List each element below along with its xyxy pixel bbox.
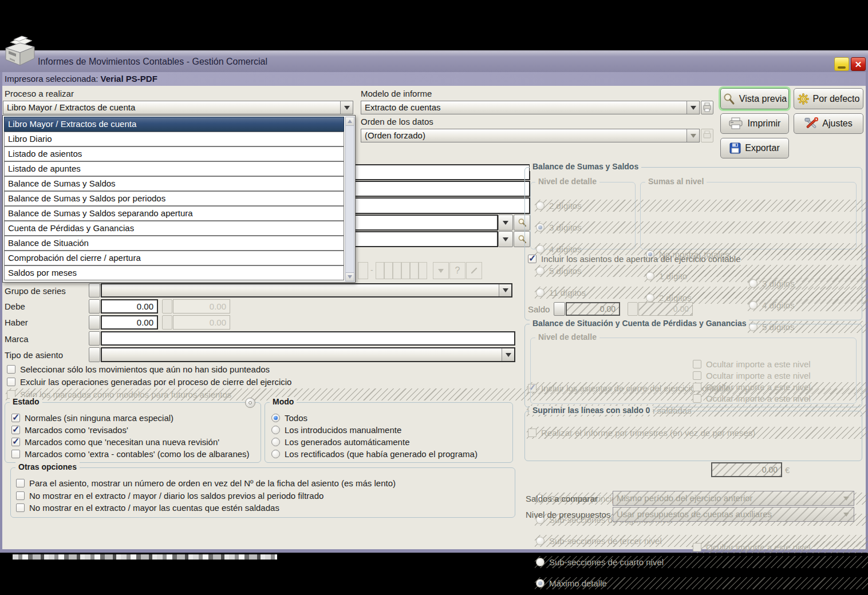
bs-nivel-option: Sub-secciones de cuarto nivel: [536, 557, 868, 567]
haber-button[interactable]: [89, 315, 100, 330]
vista-previa-button[interactable]: Vista previa: [720, 88, 789, 109]
saldo-input-1: 0.00: [566, 302, 620, 316]
dropdown-option[interactable]: Libro Diario: [4, 132, 344, 146]
scroll-down-button[interactable]: [345, 272, 354, 281]
modo-option[interactable]: Los introducidos manualmente: [271, 425, 401, 435]
radio-button[interactable]: [271, 438, 280, 446]
hidden-combo-2[interactable]: [354, 231, 498, 247]
haber-button-2: [162, 315, 172, 330]
debe-button[interactable]: [89, 299, 100, 314]
check-label: Ocultar importe a este nivel: [706, 542, 811, 552]
dropdown-option[interactable]: Balance de Situación: [4, 236, 344, 251]
knob-dot: [248, 401, 252, 404]
modo-option[interactable]: Todos: [271, 413, 307, 423]
checkbox[interactable]: [11, 450, 20, 458]
otras-option-label: Para el asiento, mostrar un número de or…: [29, 478, 396, 488]
pencil-icon: [470, 267, 478, 275]
orden-dropdown-button[interactable]: [686, 129, 699, 142]
dropdown-option[interactable]: Comprobación del cierre / apertura: [4, 251, 344, 265]
dropdown-option[interactable]: Saldos por meses: [4, 265, 344, 280]
checkbox[interactable]: [16, 491, 25, 500]
por-defecto-button[interactable]: Por defecto: [794, 88, 863, 109]
hidden-field-2[interactable]: [354, 181, 530, 197]
ajustes-button[interactable]: Ajustes: [794, 113, 863, 134]
filter-option[interactable]: Seleccionar sólo los movimientos que aún…: [7, 364, 270, 374]
marca-input[interactable]: [101, 331, 515, 346]
proceso-dropdown-button[interactable]: [340, 101, 353, 114]
tools-icon: [804, 117, 818, 130]
estado-legend: Estado: [10, 397, 42, 406]
orden-combobox[interactable]: (Orden forzado): [361, 129, 700, 142]
printer-icon: [729, 117, 744, 130]
modo-option[interactable]: Los generados automáticamente: [271, 437, 409, 447]
modelo-combobox[interactable]: Extracto de cuentas: [361, 101, 700, 114]
radio-button: [536, 558, 545, 566]
option-label: 2 dígitos: [659, 293, 692, 303]
estado-knob-icon[interactable]: [245, 398, 255, 408]
account-separator: -: [370, 265, 373, 275]
hidden-field-1[interactable]: [354, 164, 530, 180]
checkbox[interactable]: [11, 426, 20, 434]
bs-nivel-detalle-legend: Nivel de detalle: [535, 332, 599, 342]
dropdown-option[interactable]: Balance de Sumas y Saldos separando aper…: [4, 206, 344, 221]
otras-option[interactable]: No mostrar en el extracto / mayor las cu…: [16, 503, 279, 513]
haber-input[interactable]: 0.00: [101, 315, 158, 330]
filter-option[interactable]: Excluir las operaciones generadas por el…: [7, 377, 291, 387]
printer-line: Impresora seleccionada: Verial PS-PDF: [5, 74, 157, 84]
debe-input[interactable]: 0.00: [101, 299, 158, 314]
haber-input-2: 0.00: [173, 315, 230, 330]
tipo-asiento-combobox[interactable]: [101, 347, 515, 362]
tipo-asiento-value: [102, 348, 502, 361]
report-icon: [701, 129, 713, 142]
otras-option[interactable]: Para el asiento, mostrar un número de or…: [16, 478, 396, 488]
estado-option[interactable]: Normales (sin ninguna marca especial): [11, 413, 173, 423]
modelo-edit-button[interactable]: [701, 101, 713, 114]
radio-button[interactable]: [271, 414, 280, 422]
proceso-combobox[interactable]: Libro Mayor / Extractos de cuenta: [3, 101, 353, 114]
checkbox[interactable]: [7, 378, 15, 386]
estado-option[interactable]: Marcados como 'extra - contables' (como …: [11, 449, 250, 459]
grupo-series-button[interactable]: [89, 283, 100, 298]
dropdown-option[interactable]: Libro Mayor / Extractos de cuenta: [4, 117, 344, 132]
checkbox[interactable]: [7, 365, 15, 374]
modelo-dropdown-button[interactable]: [686, 101, 699, 114]
dropdown-option[interactable]: Cuenta de Pérdidas y Ganancias: [4, 221, 344, 236]
hidden-field-3[interactable]: [354, 197, 530, 214]
dropdown-option[interactable]: Balance de Sumas y Saldos por periodos: [4, 191, 344, 206]
exportar-button[interactable]: Exportar: [720, 138, 789, 158]
estado-option[interactable]: Marcados como que 'necesitan una nueva r…: [11, 437, 219, 447]
hidden-combo-2-arrow[interactable]: [498, 231, 513, 247]
grupo-series-dropdown-button[interactable]: [499, 284, 511, 296]
dropdown-option[interactable]: Listado de asientos: [4, 146, 344, 161]
checkbox[interactable]: [11, 414, 20, 422]
checkbox[interactable]: [528, 255, 536, 263]
modo-option[interactable]: Los rectificados (que había generado el …: [271, 449, 478, 459]
radio-button[interactable]: [271, 426, 280, 434]
dropdown-option[interactable]: Balance de Sumas y Saldos: [4, 176, 344, 191]
hidden-combo-1[interactable]: [354, 215, 498, 231]
checkbox[interactable]: [16, 479, 25, 487]
grupo-series-combobox[interactable]: [101, 283, 512, 298]
dropdown-scrollbar[interactable]: [345, 117, 354, 281]
imprimir-button[interactable]: Imprimir: [720, 113, 789, 134]
check-label: Ocultar importe a este nivel: [706, 382, 811, 392]
sumas-nivel-legend: Sumas al nivel: [645, 177, 707, 186]
arrow-down-icon: [348, 275, 352, 279]
tipo-asiento-button[interactable]: [89, 347, 100, 362]
checkbox[interactable]: [11, 438, 20, 446]
dropdown-option[interactable]: Listado de apuntes: [4, 161, 344, 176]
checkbox[interactable]: [16, 503, 25, 512]
close-button[interactable]: ✕: [851, 57, 866, 71]
balance-sumas-check[interactable]: Incluir los asientos de apertura del eje…: [528, 254, 741, 264]
tipo-asiento-dropdown-button[interactable]: [502, 348, 514, 361]
radio-button: [536, 267, 545, 275]
scroll-up-button[interactable]: [345, 117, 354, 126]
minimize-button[interactable]: [834, 57, 849, 71]
currency-label: €: [785, 465, 790, 475]
hidden-combo-1-arrow[interactable]: [498, 215, 513, 231]
checkbox: [693, 394, 701, 403]
marca-button[interactable]: [89, 331, 100, 346]
estado-option[interactable]: Marcados como 'revisados': [11, 425, 128, 435]
radio-button[interactable]: [271, 450, 280, 458]
otras-option[interactable]: No mostrar en el extracto / mayor / diar…: [16, 491, 323, 501]
